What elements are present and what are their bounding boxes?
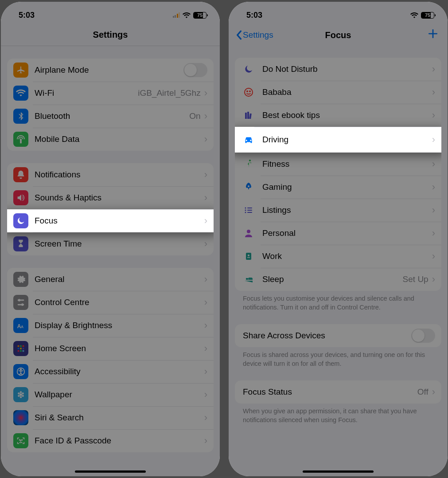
row-gaming[interactable]: Gaming › bbox=[235, 176, 441, 199]
row-dnd[interactable]: Do Not Disturb › bbox=[235, 58, 441, 81]
row-ebook[interactable]: Best ebook tips › bbox=[235, 104, 441, 127]
svg-point-24 bbox=[19, 439, 20, 440]
chevron-icon: › bbox=[204, 110, 207, 122]
settings-group-notifications: Notifications › Sounds & Haptics › Focus… bbox=[7, 163, 214, 255]
row-accessibility[interactable]: Accessibility › bbox=[7, 360, 214, 383]
svg-rect-12 bbox=[18, 350, 19, 352]
share-toggle[interactable] bbox=[411, 329, 435, 343]
row-focus-status[interactable]: Focus Status Off › bbox=[235, 380, 441, 404]
row-fitness[interactable]: Fitness › bbox=[235, 153, 441, 176]
smile-icon bbox=[241, 85, 256, 100]
chevron-icon: › bbox=[432, 386, 435, 398]
chevron-icon: › bbox=[432, 181, 435, 193]
chevron-icon: › bbox=[204, 343, 207, 354]
settings-group-general: General › Control Centre › AA Display & … bbox=[7, 268, 214, 452]
svg-point-25 bbox=[22, 439, 22, 440]
svg-rect-36 bbox=[247, 210, 252, 211]
airplane-toggle[interactable] bbox=[183, 63, 207, 77]
row-work[interactable]: Work › bbox=[235, 245, 441, 268]
text-size-icon: AA bbox=[13, 318, 28, 333]
row-label: Airplane Mode bbox=[35, 65, 183, 75]
svg-point-22 bbox=[18, 395, 20, 397]
svg-point-39 bbox=[247, 230, 250, 233]
nav-bar: Settings bbox=[1, 24, 220, 46]
svg-rect-30 bbox=[247, 112, 249, 119]
row-airplane[interactable]: Airplane Mode bbox=[7, 59, 214, 82]
row-value: On bbox=[189, 111, 200, 121]
face-icon bbox=[13, 433, 28, 448]
row-driving[interactable]: Driving › bbox=[235, 127, 441, 153]
row-label: Wi-Fi bbox=[35, 88, 138, 98]
row-listings[interactable]: Listings › bbox=[235, 199, 441, 222]
chevron-icon: › bbox=[204, 192, 207, 204]
row-label: Mobile Data bbox=[35, 134, 204, 144]
svg-rect-42 bbox=[247, 257, 250, 258]
wifi-icon bbox=[410, 12, 418, 18]
page-title: Settings bbox=[93, 30, 128, 40]
row-sleep[interactable]: Sleep Set Up › bbox=[235, 268, 441, 291]
chevron-icon: › bbox=[432, 86, 435, 98]
svg-rect-6 bbox=[18, 345, 19, 347]
svg-rect-34 bbox=[247, 208, 252, 208]
back-button[interactable]: Settings bbox=[236, 30, 273, 40]
footer-text: Focus is shared across your devices, and… bbox=[235, 347, 441, 368]
bed-icon bbox=[241, 272, 256, 287]
chevron-icon: › bbox=[432, 134, 435, 145]
focus-modes-group: Do Not Disturb › Bababa › Best ebook tip… bbox=[235, 58, 441, 291]
svg-point-35 bbox=[245, 210, 246, 211]
chevron-icon: › bbox=[204, 320, 207, 331]
row-wallpaper[interactable]: Wallpaper › bbox=[7, 383, 214, 406]
row-label: Focus Status bbox=[243, 387, 417, 397]
row-general[interactable]: General › bbox=[7, 268, 214, 291]
row-screentime[interactable]: Screen Time › bbox=[7, 232, 214, 255]
airplane-icon bbox=[13, 63, 28, 78]
row-siri[interactable]: Siri & Search › bbox=[7, 406, 214, 429]
row-value: Off bbox=[417, 387, 429, 397]
chevron-left-icon bbox=[236, 30, 242, 40]
row-label: Fitness bbox=[262, 159, 432, 169]
row-home-screen[interactable]: Home Screen › bbox=[7, 337, 214, 360]
sliders-icon bbox=[13, 295, 28, 310]
home-indicator[interactable] bbox=[303, 470, 374, 473]
home-indicator[interactable] bbox=[75, 470, 146, 473]
chevron-icon: › bbox=[432, 274, 435, 285]
row-label: Personal bbox=[262, 228, 432, 238]
bell-icon bbox=[13, 167, 28, 182]
status-bar: 5:03 75 bbox=[1, 2, 220, 24]
row-wifi[interactable]: Wi-Fi iGB_Airtel_5Ghz › bbox=[7, 82, 214, 105]
chevron-icon: › bbox=[432, 63, 435, 75]
add-button[interactable] bbox=[427, 27, 439, 43]
row-bluetooth[interactable]: Bluetooth On › bbox=[7, 105, 214, 128]
list-icon bbox=[241, 203, 256, 218]
row-bababa[interactable]: Bababa › bbox=[235, 81, 441, 104]
row-label: Siri & Search bbox=[35, 413, 204, 423]
row-notifications[interactable]: Notifications › bbox=[7, 163, 214, 186]
row-label: Driving bbox=[262, 135, 432, 145]
row-focus[interactable]: Focus › bbox=[7, 209, 214, 232]
row-label: Sounds & Haptics bbox=[35, 193, 204, 203]
row-faceid[interactable]: Face ID & Passcode › bbox=[7, 429, 214, 452]
row-share-devices[interactable]: Share Across Devices bbox=[235, 324, 441, 347]
row-sounds[interactable]: Sounds & Haptics › bbox=[7, 186, 214, 209]
row-control-centre[interactable]: Control Centre › bbox=[7, 291, 214, 314]
chevron-icon: › bbox=[204, 297, 207, 308]
settings-group-connectivity: Airplane Mode Wi-Fi iGB_Airtel_5Ghz › Bl… bbox=[7, 59, 214, 151]
chevron-icon: › bbox=[204, 366, 207, 377]
speaker-icon bbox=[13, 190, 28, 205]
row-label: Control Centre bbox=[35, 298, 204, 307]
gear-icon bbox=[13, 272, 28, 287]
row-mobile-data[interactable]: Mobile Data › bbox=[7, 128, 214, 151]
row-label: Bluetooth bbox=[35, 111, 189, 121]
row-value: iGB_Airtel_5Ghz bbox=[138, 88, 201, 98]
chevron-icon: › bbox=[204, 389, 207, 400]
chevron-icon: › bbox=[432, 227, 435, 239]
antenna-icon bbox=[13, 132, 28, 147]
badge-icon bbox=[241, 249, 256, 264]
row-personal[interactable]: Personal › bbox=[235, 222, 441, 245]
row-display[interactable]: AA Display & Brightness › bbox=[7, 314, 214, 337]
svg-point-41 bbox=[248, 255, 249, 256]
svg-point-28 bbox=[249, 91, 250, 92]
row-label: Accessibility bbox=[35, 367, 204, 376]
svg-point-16 bbox=[20, 369, 22, 370]
row-label: Face ID & Passcode bbox=[35, 436, 204, 446]
